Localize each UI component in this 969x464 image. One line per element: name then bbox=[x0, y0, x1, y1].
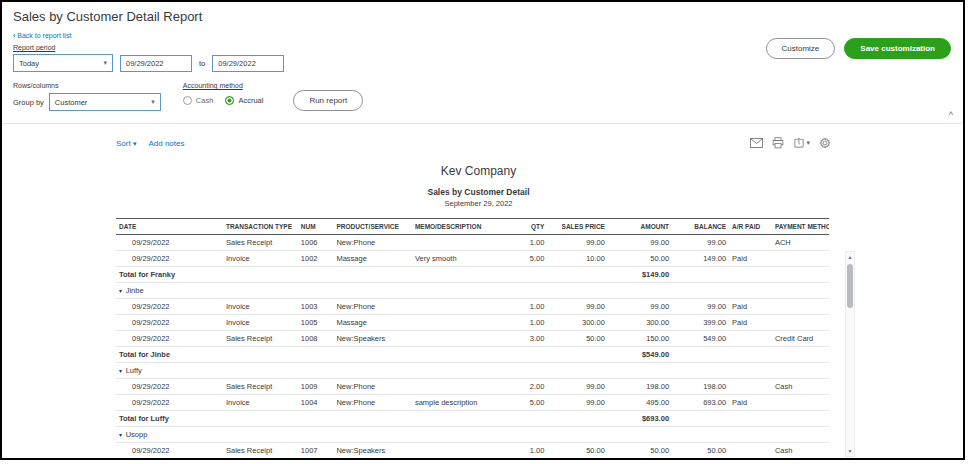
chevron-down-icon: ▾ bbox=[806, 139, 810, 147]
table-cell: 149.00 bbox=[672, 251, 729, 267]
table-cell bbox=[729, 347, 772, 363]
scroll-down-arrow-icon[interactable]: ▼ bbox=[846, 446, 854, 456]
table-cell: Massage bbox=[333, 315, 411, 331]
table-cell: New:Phone bbox=[333, 299, 411, 315]
scroll-up-arrow-icon[interactable]: ▲ bbox=[846, 252, 854, 262]
back-link-label: Back to report list bbox=[17, 32, 71, 39]
back-to-report-list-link[interactable]: ‹ Back to report list bbox=[13, 32, 71, 39]
table-cell: ▾ Jinbe bbox=[116, 283, 829, 299]
app-window: Sales by Customer Detail Report ‹ Back t… bbox=[0, 0, 965, 460]
scrollbar-thumb[interactable] bbox=[847, 264, 853, 308]
table-cell: Sales Receipt bbox=[223, 443, 298, 459]
table-cell bbox=[772, 395, 829, 411]
table-row[interactable]: 09/29/2022Sales Receipt1006New:Phone1.00… bbox=[116, 235, 829, 251]
chevron-down-icon: ▾ bbox=[151, 98, 155, 106]
vertical-scrollbar[interactable]: ▲ ▼ bbox=[845, 251, 855, 457]
header-action-buttons: Customize Save customization bbox=[766, 38, 951, 59]
table-cell: Sales Receipt bbox=[223, 235, 298, 251]
cash-radio-label: Cash bbox=[196, 96, 214, 105]
run-report-button[interactable]: Run report bbox=[293, 90, 363, 111]
table-row[interactable]: 09/29/2022Sales Receipt1009New:Phone2.00… bbox=[116, 379, 829, 395]
table-cell: 99.00 bbox=[672, 235, 729, 251]
collapse-group-icon[interactable]: ▾ bbox=[119, 432, 124, 438]
collapse-panel-chevron-icon[interactable]: ^ bbox=[949, 111, 953, 119]
accrual-radio-label: Accrual bbox=[238, 96, 263, 105]
table-cell bbox=[412, 315, 512, 331]
accrual-radio[interactable] bbox=[225, 96, 234, 105]
export-icon[interactable]: ▾ bbox=[793, 137, 810, 149]
print-icon[interactable] bbox=[772, 137, 784, 149]
table-cell: 549.00 bbox=[672, 331, 729, 347]
table-cell: 09/29/2022 bbox=[116, 379, 223, 395]
table-cell: 99.00 bbox=[608, 235, 672, 251]
table-row[interactable]: 09/29/2022Sales Receipt1007New:Speakers1… bbox=[116, 443, 829, 459]
table-row[interactable]: 09/29/2022Sales Receipt1008New:Speakers3… bbox=[116, 331, 829, 347]
table-row[interactable]: 09/29/2022Invoice1004New:Phonesample des… bbox=[116, 395, 829, 411]
group-by-select[interactable]: Customer ▾ bbox=[49, 93, 161, 111]
date-from-input[interactable] bbox=[120, 55, 192, 72]
customize-button[interactable]: Customize bbox=[766, 38, 836, 59]
table-row[interactable]: 09/29/2022Invoice1002MassageVery smooth5… bbox=[116, 251, 829, 267]
total-amount: $549.00 bbox=[608, 347, 672, 363]
table-cell: 1.00 bbox=[512, 443, 548, 459]
table-cell bbox=[412, 331, 512, 347]
table-row[interactable]: 09/29/2022Invoice1005Massage1.00300.0030… bbox=[116, 315, 829, 331]
table-cell bbox=[772, 251, 829, 267]
report-toolbar: Sort ▾ Add notes ▾ bbox=[100, 125, 857, 149]
collapse-group-icon[interactable]: ▾ bbox=[119, 288, 124, 294]
table-cell bbox=[729, 235, 772, 251]
report-title: Sales by Customer Detail bbox=[100, 187, 857, 197]
total-label: Total for Usopp bbox=[116, 459, 608, 461]
report-period-value: Today bbox=[19, 59, 39, 68]
table-cell: New:Speakers bbox=[333, 331, 411, 347]
table-cell: Invoice bbox=[223, 395, 298, 411]
table-cell bbox=[772, 411, 829, 427]
cash-radio[interactable] bbox=[183, 96, 192, 105]
table-cell: 50.00 bbox=[608, 443, 672, 459]
collapse-group-icon[interactable]: ▾ bbox=[119, 368, 124, 374]
table-cell: 1003 bbox=[298, 299, 334, 315]
table-cell: New:Phone bbox=[333, 395, 411, 411]
column-header: AMOUNT bbox=[608, 219, 672, 235]
table-cell bbox=[729, 379, 772, 395]
table-cell: New:Phone bbox=[333, 379, 411, 395]
column-header: PRODUCT/SERVICE bbox=[333, 219, 411, 235]
column-header: DATE bbox=[116, 219, 223, 235]
report-table-body: 09/29/2022Sales Receipt1006New:Phone1.00… bbox=[116, 235, 829, 461]
column-header: A/R PAID bbox=[729, 219, 772, 235]
table-cell: 50.00 bbox=[547, 443, 608, 459]
table-cell bbox=[672, 459, 729, 461]
table-cell: 1.00 bbox=[512, 315, 548, 331]
report-table: DATETRANSACTION TYPENUMPRODUCT/SERVICEME… bbox=[116, 218, 829, 460]
table-cell: Invoice bbox=[223, 315, 298, 331]
group-header-row: ▾ Usopp bbox=[116, 427, 829, 443]
table-cell bbox=[672, 347, 729, 363]
table-cell: 1008 bbox=[298, 331, 334, 347]
date-to-input[interactable] bbox=[212, 55, 284, 72]
save-customization-button[interactable]: Save customization bbox=[844, 38, 951, 59]
table-cell bbox=[412, 379, 512, 395]
sort-dropdown[interactable]: Sort ▾ bbox=[116, 139, 136, 148]
table-cell: 99.00 bbox=[547, 379, 608, 395]
table-cell: 1006 bbox=[298, 235, 334, 251]
table-cell: 09/29/2022 bbox=[116, 331, 223, 347]
table-cell: 99.00 bbox=[547, 235, 608, 251]
table-cell: 150.00 bbox=[608, 331, 672, 347]
report-period-select[interactable]: Today ▾ bbox=[13, 54, 113, 72]
table-cell: Cash bbox=[772, 443, 829, 459]
table-cell: Very smooth bbox=[412, 251, 512, 267]
table-cell: 50.00 bbox=[672, 443, 729, 459]
total-row: Total for Franky$149.00 bbox=[116, 267, 829, 283]
add-notes-link[interactable]: Add notes bbox=[148, 139, 184, 148]
company-name: Kev Company bbox=[100, 164, 857, 178]
total-amount: $693.00 bbox=[608, 411, 672, 427]
table-cell: 99.00 bbox=[608, 299, 672, 315]
settings-gear-icon[interactable] bbox=[819, 137, 831, 149]
total-label: Total for Jinbe bbox=[116, 347, 608, 363]
group-by-value: Customer bbox=[55, 98, 88, 107]
email-icon[interactable] bbox=[750, 138, 763, 148]
table-row[interactable]: 09/29/2022Invoice1003New:Phone1.0099.009… bbox=[116, 299, 829, 315]
table-cell: Invoice bbox=[223, 299, 298, 315]
table-cell: 5.00 bbox=[512, 251, 548, 267]
table-cell: 09/29/2022 bbox=[116, 315, 223, 331]
